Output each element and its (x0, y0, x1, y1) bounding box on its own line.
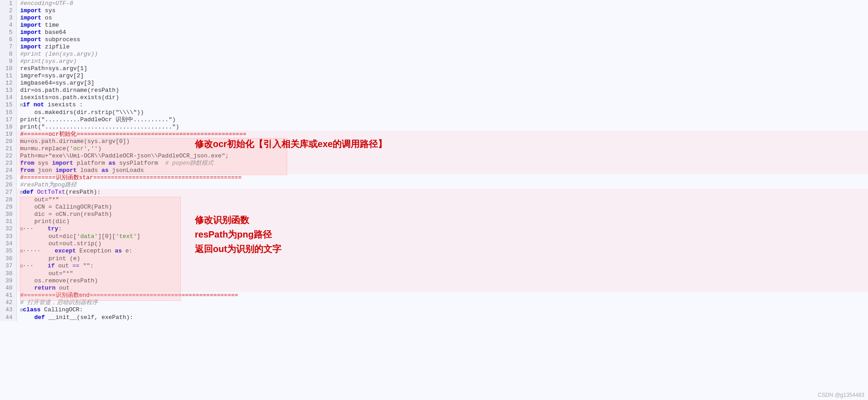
line-number: 14 (0, 94, 16, 101)
line-number: 13 (0, 87, 16, 94)
line-content: mu=mu.replace('ocr','') (16, 145, 868, 152)
table-row: 33 out=dic['data'][0]['text'] (0, 233, 868, 240)
annotation-box-1: 修改ocr初始化【引入相关库或exe的调用路径】 (195, 138, 387, 150)
line-number: 32 (0, 225, 16, 233)
line-content: imgbase64=sys.argv[3] (16, 80, 868, 87)
table-row: 21mu=mu.replace('ocr','') (0, 145, 868, 152)
annotation-text-2: 修改识别函数 resPath为png路径 返回out为识别的文字 (195, 213, 281, 256)
line-content: import os (16, 14, 868, 22)
line-content: print (e) (16, 255, 868, 262)
line-number: 43 (0, 306, 16, 314)
line-content: #print (len(sys.argv)) (16, 51, 868, 58)
table-row: 40 return out (0, 285, 868, 292)
line-content: ⊟····· except Exception as e: (16, 248, 868, 255)
line-content: dir=os.path.dirname(resPath) (16, 87, 868, 94)
line-number: 42 (0, 299, 16, 306)
table-row: 35⊟····· except Exception as e: (0, 248, 868, 255)
line-content: #=======ocr初始化==========================… (16, 131, 868, 138)
table-row: 39 os.remove(resPath) (0, 277, 868, 285)
line-content: #=========识别函数end=======================… (16, 292, 868, 299)
annotation-box-2: 修改识别函数 resPath为png路径 返回out为识别的文字 (195, 213, 281, 256)
line-number: 29 (0, 204, 16, 211)
table-row: 13dir=os.path.dirname(resPath) (0, 87, 868, 94)
code-editor: 1#encoding=UTF-82import sys3import os4im… (0, 0, 868, 400)
line-content: isexists=os.path.exists(dir) (16, 94, 868, 101)
table-row: 2import sys (0, 7, 868, 14)
line-content: imgref=sys.argv[2] (16, 72, 868, 80)
line-content: from json import loads as jsonLoads (16, 167, 868, 174)
table-row: 24from json import loads as jsonLoads (0, 167, 868, 174)
line-content: #resPath为png路径 (16, 181, 868, 189)
line-content: import base64 (16, 29, 868, 36)
table-row: 18print("...............................… (0, 124, 868, 131)
table-row: 37⊟··· if out == "": (0, 262, 868, 270)
line-number: 4 (0, 22, 16, 29)
line-number: 1 (0, 0, 16, 7)
line-number: 6 (0, 36, 16, 43)
line-number: 3 (0, 14, 16, 22)
table-row: 15⊟if not isexists : (0, 101, 868, 109)
line-content: out="*" (16, 196, 868, 204)
table-row: 27⊟def OctToTxt(resPath): (0, 189, 868, 196)
line-number: 10 (0, 65, 16, 72)
line-number: 36 (0, 255, 16, 262)
line-content: #encoding=UTF-8 (16, 0, 868, 7)
line-number: 22 (0, 152, 16, 160)
table-row: 11imgref=sys.argv[2] (0, 72, 868, 80)
table-row: 42# 打开管道，启动识别器程序 (0, 299, 868, 306)
line-number: 19 (0, 131, 16, 138)
code-table: 1#encoding=UTF-82import sys3import os4im… (0, 0, 868, 321)
line-content: import sys (16, 7, 868, 14)
line-content: ⊟def OctToTxt(resPath): (16, 189, 868, 196)
line-number: 24 (0, 167, 16, 174)
line-content: #print(sys.argv) (16, 58, 868, 65)
line-number: 18 (0, 124, 16, 131)
table-row: 28 out="*" (0, 196, 868, 204)
table-row: 23from sys import platform as sysPlatfor… (0, 160, 868, 167)
line-number: 26 (0, 181, 16, 189)
line-number: 7 (0, 43, 16, 51)
line-number: 23 (0, 160, 16, 167)
line-number: 17 (0, 116, 16, 124)
line-content: #=========识别函数star======================… (16, 174, 868, 181)
line-number: 27 (0, 189, 16, 196)
line-number: 12 (0, 80, 16, 87)
table-row: 41#=========识别函数end=====================… (0, 292, 868, 299)
table-row: 6import subprocess (0, 36, 868, 43)
line-content: ⊟if not isexists : (16, 101, 868, 109)
line-number: 39 (0, 277, 16, 285)
line-content: out="*" (16, 270, 868, 277)
line-content: import zipfile (16, 43, 868, 51)
line-content: from sys import platform as sysPlatform … (16, 160, 868, 167)
table-row: 29 oCN = CallingOCR(Path) (0, 204, 868, 211)
table-row: 7import zipfile (0, 43, 868, 51)
line-number: 28 (0, 196, 16, 204)
table-row: 10resPath=sys.argv[1] (0, 65, 868, 72)
line-content: print("..........PaddleOcr 识别中..........… (16, 116, 868, 124)
line-number: 35 (0, 248, 16, 255)
line-number: 34 (0, 240, 16, 248)
line-content: return out (16, 285, 868, 292)
line-number: 40 (0, 285, 16, 292)
line-content: ⊟··· try: (16, 225, 868, 233)
line-content: out=dic['data'][0]['text'] (16, 233, 868, 240)
line-number: 5 (0, 29, 16, 36)
line-number: 11 (0, 72, 16, 80)
table-row: 4import time (0, 22, 868, 29)
line-content: print(".................................… (16, 124, 868, 131)
line-content: Path=mu+"exe\\Umi-OCR\\PaddleOCR-json\\P… (16, 152, 868, 160)
table-row: 19#=======ocr初始化========================… (0, 131, 868, 138)
line-content: print(dic) (16, 218, 868, 225)
table-row: 25#=========识别函数star====================… (0, 174, 868, 181)
annotation-text-1: 修改ocr初始化【引入相关库或exe的调用路径】 (195, 139, 387, 149)
line-content: def __init__(self, exePath): (16, 314, 868, 321)
line-number: 2 (0, 7, 16, 14)
table-row: 5import base64 (0, 29, 868, 36)
line-content: ⊟class CallingOCR: (16, 306, 868, 314)
table-row: 22Path=mu+"exe\\Umi-OCR\\PaddleOCR-json\… (0, 152, 868, 160)
line-number: 9 (0, 58, 16, 65)
table-row: 20mu=os.path.dirname(sys.argv[0]) (0, 138, 868, 145)
line-content: os.makedirs(dir.rstrip("\\\\")) (16, 109, 868, 116)
line-number: 25 (0, 174, 16, 181)
table-row: 38 out="*" (0, 270, 868, 277)
